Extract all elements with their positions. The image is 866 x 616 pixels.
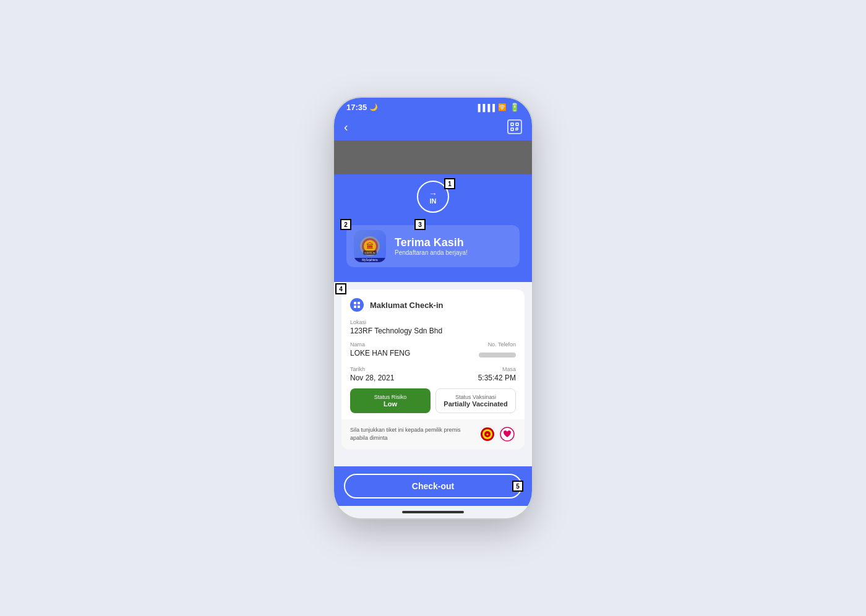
lokasi-label: Lokasi xyxy=(350,319,516,325)
thankyou-subtitle: Pendaftaran anda berjaya! xyxy=(395,249,468,256)
checkin-info-card: 4 Maklumat Check-in Lokas xyxy=(341,289,525,449)
in-label: IN xyxy=(430,198,437,205)
content-area: 4 Maklumat Check-in Lokas xyxy=(334,282,532,466)
malaysia-crest-logo: ✦ xyxy=(479,426,496,443)
checkin-icon xyxy=(350,298,364,312)
svg-rect-2 xyxy=(511,128,513,130)
nama-value: LOKE HAN FENG xyxy=(350,349,431,357)
lokasi-value: 123RF Technology Sdn Bhd xyxy=(350,327,516,335)
masa-label: Masa xyxy=(435,366,516,372)
scan-button[interactable] xyxy=(507,119,522,134)
back-button[interactable]: ‹ xyxy=(344,120,348,134)
notice-text: Sila tunjukkan tiket ini kepada pemilik … xyxy=(350,426,474,442)
home-indicator xyxy=(334,506,532,518)
svg-rect-13 xyxy=(354,306,356,308)
thankyou-title: Terima Kasih xyxy=(395,236,468,249)
status-risiko-label: Status Risiko xyxy=(354,394,427,400)
status-bar: 17:35 🌙 ▐▐▐▐ 🛜 🔋 xyxy=(334,98,532,116)
svg-rect-1 xyxy=(516,123,518,126)
home-bar xyxy=(402,511,464,513)
nama-label: Nama xyxy=(350,341,431,348)
tarikh-value: Nov 28, 2021 xyxy=(350,374,431,382)
phone-frame: 17:35 🌙 ▐▐▐▐ 🛜 🔋 ‹ xyxy=(334,98,532,518)
in-arrow-icon: → xyxy=(429,189,437,198)
no-tel-item: No. Telefon xyxy=(435,341,516,360)
lokasi-row: Lokasi 123RF Technology Sdn Bhd xyxy=(350,319,516,335)
app-card: 2 🏛 MySejahtera Check-In xyxy=(346,225,520,267)
svg-text:✦: ✦ xyxy=(486,432,489,437)
svg-rect-12 xyxy=(358,302,360,304)
signal-icon: ▐▐▐▐ xyxy=(476,104,495,111)
no-tel-label: No. Telefon xyxy=(435,341,516,348)
status-vaksinasi-value: Partially Vaccinated xyxy=(444,400,507,408)
notice-row: Sila tunjukkan tiket ini kepada pemilik … xyxy=(341,419,525,449)
nama-item: Nama LOKE HAN FENG xyxy=(350,341,431,360)
svg-rect-0 xyxy=(511,123,513,126)
annotation-badge-2: 2 xyxy=(340,219,351,230)
app-name-label: MySejahtera xyxy=(362,259,377,262)
svg-rect-14 xyxy=(358,306,360,308)
annotation-badge-5: 5 xyxy=(512,481,523,492)
header-section: → IN 1 2 xyxy=(334,174,532,282)
status-vaksinasi-label: Status Vaksinasi xyxy=(440,394,512,400)
annotation-badge-3: 3 xyxy=(414,219,426,230)
checkout-bar: Check-out 5 xyxy=(334,466,532,506)
annotation-badge-4: 4 xyxy=(335,283,346,294)
checkout-label: Check-out xyxy=(412,481,454,491)
no-tel-value xyxy=(435,349,516,360)
masa-item: Masa 5:35:42 PM xyxy=(435,366,516,382)
wifi-icon: 🛜 xyxy=(498,103,507,111)
heart-logo xyxy=(499,426,516,443)
tarikh-label: Tarikh xyxy=(350,366,431,372)
nav-bar: ‹ xyxy=(334,116,532,140)
battery-icon: 🔋 xyxy=(510,103,520,112)
checkin-section-title: Maklumat Check-in xyxy=(370,301,443,310)
moon-icon: 🌙 xyxy=(369,103,378,111)
checkout-button[interactable]: Check-out 5 xyxy=(344,474,522,498)
scan-area xyxy=(334,140,532,174)
status-vaksinasi-button[interactable]: Status Vaksinasi Partially Vaccinated xyxy=(435,388,516,413)
svg-rect-11 xyxy=(354,302,356,304)
app-logo: 🏛 MySejahtera Check-In xyxy=(354,230,386,262)
annotation-badge-1: 1 xyxy=(444,178,455,189)
status-risiko-value: Low xyxy=(384,400,397,408)
tarikh-item: Tarikh Nov 28, 2021 xyxy=(350,366,431,382)
status-risiko-button[interactable]: Status Risiko Low xyxy=(350,388,431,413)
masa-value: 5:35:42 PM xyxy=(435,374,516,382)
time-display: 17:35 xyxy=(346,103,367,112)
